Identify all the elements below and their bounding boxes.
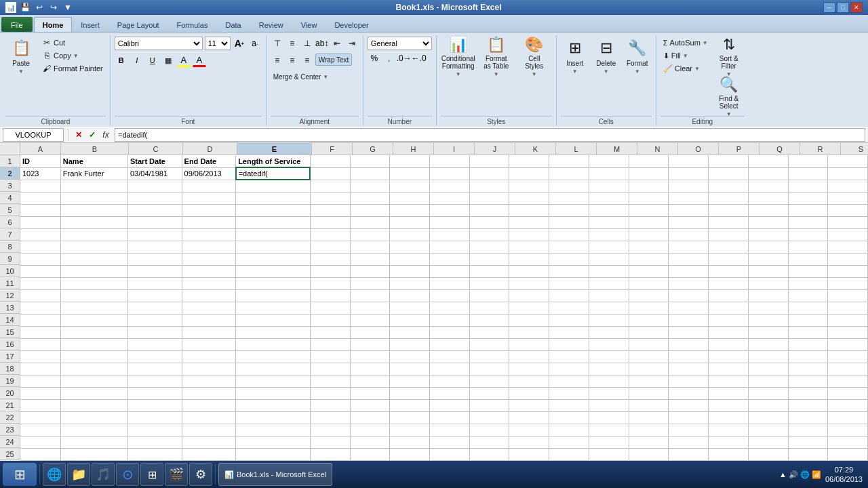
text-direction-btn[interactable]: ab↕ <box>315 37 329 50</box>
row-header-2[interactable]: 2 <box>0 167 20 180</box>
cell-B1[interactable]: Name <box>60 155 127 167</box>
cell-B21[interactable] <box>60 399 127 411</box>
cell-I21[interactable] <box>430 399 470 411</box>
cell-N9[interactable] <box>629 253 669 265</box>
cell-F25[interactable] <box>310 448 350 460</box>
cell-J15[interactable] <box>469 326 509 338</box>
cell-B22[interactable] <box>60 411 127 424</box>
row-header-18[interactable]: 18 <box>0 363 20 375</box>
cell-Q20[interactable] <box>748 387 788 399</box>
cell-S22[interactable] <box>828 411 868 424</box>
cell-N25[interactable] <box>629 448 669 460</box>
col-header-p[interactable]: P <box>719 143 760 155</box>
cell-L6[interactable] <box>549 216 589 228</box>
cell-O25[interactable] <box>669 448 709 460</box>
col-header-r[interactable]: R <box>800 143 841 155</box>
cell-B23[interactable] <box>60 424 127 436</box>
col-header-k[interactable]: K <box>515 143 556 155</box>
cell-A20[interactable] <box>20 387 60 399</box>
cell-E13[interactable] <box>236 302 311 314</box>
cell-S21[interactable] <box>828 399 868 411</box>
cell-N12[interactable] <box>629 289 669 302</box>
cell-L15[interactable] <box>549 326 589 338</box>
cell-K2[interactable] <box>509 167 549 180</box>
cell-M12[interactable] <box>589 289 629 302</box>
cell-N8[interactable] <box>629 241 669 253</box>
cell-O14[interactable] <box>669 314 709 326</box>
tab-view[interactable]: View <box>292 17 326 32</box>
taskbar-settings[interactable]: ⚙ <box>189 463 212 486</box>
cell-Q16[interactable] <box>748 338 788 350</box>
cell-F22[interactable] <box>310 411 350 424</box>
cell-F19[interactable] <box>310 375 350 387</box>
cell-D24[interactable] <box>182 436 236 448</box>
cell-F7[interactable] <box>310 228 350 241</box>
cell-H19[interactable] <box>390 375 430 387</box>
cell-C23[interactable] <box>128 424 182 436</box>
row-header-10[interactable]: 10 <box>0 265 20 277</box>
cell-P24[interactable] <box>709 436 749 448</box>
cell-G14[interactable] <box>350 314 390 326</box>
cell-R8[interactable] <box>788 241 828 253</box>
cell-R24[interactable] <box>788 436 828 448</box>
cell-I23[interactable] <box>430 424 470 436</box>
cell-D23[interactable] <box>182 424 236 436</box>
row-header-6[interactable]: 6 <box>0 216 20 228</box>
cell-K11[interactable] <box>509 277 549 289</box>
cell-J11[interactable] <box>469 277 509 289</box>
cell-K8[interactable] <box>509 241 549 253</box>
format-painter-button[interactable]: 🖌 Format Painter <box>39 62 106 75</box>
cell-I10[interactable] <box>430 265 470 277</box>
cell-R22[interactable] <box>788 411 828 424</box>
cell-Q24[interactable] <box>748 436 788 448</box>
cell-S6[interactable] <box>828 216 868 228</box>
cell-F9[interactable] <box>310 253 350 265</box>
cell-F23[interactable] <box>310 424 350 436</box>
cell-N17[interactable] <box>629 350 669 363</box>
percent-btn[interactable]: % <box>368 52 381 65</box>
cell-D16[interactable] <box>182 338 236 350</box>
cell-G1[interactable] <box>350 155 390 167</box>
cell-C3[interactable] <box>128 180 182 192</box>
cell-I6[interactable] <box>430 216 470 228</box>
cell-Q14[interactable] <box>748 314 788 326</box>
cell-K17[interactable] <box>509 350 549 363</box>
cell-A8[interactable] <box>20 241 60 253</box>
cell-N10[interactable] <box>629 265 669 277</box>
formula-fx-btn[interactable]: fx <box>100 129 112 141</box>
cell-J1[interactable] <box>469 155 509 167</box>
fill-btn[interactable]: ⬇ Fill ▼ <box>660 49 711 62</box>
cell-P14[interactable] <box>709 314 749 326</box>
cell-F1[interactable] <box>310 155 350 167</box>
cell-A13[interactable] <box>20 302 60 314</box>
clock[interactable]: 07:29 06/08/2013 <box>825 465 863 485</box>
col-header-a[interactable]: A <box>20 143 61 155</box>
cell-B2[interactable]: Frank Furter <box>60 167 127 180</box>
cell-B16[interactable] <box>60 338 127 350</box>
cell-K21[interactable] <box>509 399 549 411</box>
cell-S24[interactable] <box>828 436 868 448</box>
cell-S11[interactable] <box>828 277 868 289</box>
cell-Q15[interactable] <box>748 326 788 338</box>
cell-J12[interactable] <box>469 289 509 302</box>
fill-color-btn[interactable]: A <box>177 54 191 67</box>
cell-Q3[interactable] <box>748 180 788 192</box>
decrease-font-btn[interactable]: a- <box>248 37 262 50</box>
cell-D20[interactable] <box>182 387 236 399</box>
cell-E2[interactable]: =datedif( <box>236 167 311 180</box>
cell-B25[interactable] <box>60 448 127 460</box>
cell-L19[interactable] <box>549 375 589 387</box>
col-header-o[interactable]: O <box>678 143 719 155</box>
cell-C21[interactable] <box>128 399 182 411</box>
row-header-11[interactable]: 11 <box>0 277 20 289</box>
cell-P20[interactable] <box>709 387 749 399</box>
cell-B19[interactable] <box>60 375 127 387</box>
row-header-5[interactable]: 5 <box>0 204 20 216</box>
cell-F2[interactable] <box>310 167 350 180</box>
cell-L21[interactable] <box>549 399 589 411</box>
cell-S17[interactable] <box>828 350 868 363</box>
cell-L22[interactable] <box>549 411 589 424</box>
cell-A17[interactable] <box>20 350 60 363</box>
cell-G10[interactable] <box>350 265 390 277</box>
row-header-24[interactable]: 24 <box>0 436 20 448</box>
